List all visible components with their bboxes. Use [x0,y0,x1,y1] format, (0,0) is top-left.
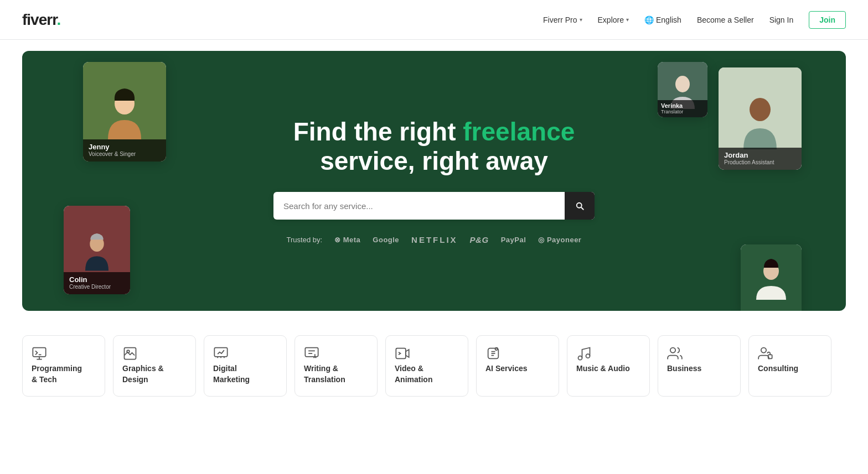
card-verinka-name: Verinka [661,102,704,109]
freelancer-card-verinka: Verinka Translator [658,62,707,117]
search-input[interactable] [273,194,565,218]
navbar-right: Fiverr Pro ▾ Explore ▾ 🌐 English Become … [543,11,846,29]
card-verinka-role: Translator [661,109,704,114]
chevron-down-icon: ▾ [626,17,629,23]
svg-point-17 [761,348,766,353]
freelancer-card-jordan: Jordan Production Assistant [719,67,802,170]
trusted-netflix: NETFLIX [411,235,458,244]
categories-row: Programming& Tech Graphics &Design Digit… [0,322,868,410]
trusted-by: Trusted by: ⊗ Meta Google NETFLIX P&G Pa… [262,235,606,244]
freelancer-card-colin: Colin Creative Director [64,206,130,294]
svg-point-15 [586,354,590,358]
music-audio-label: Music & Audio [576,363,640,374]
svg-rect-9 [214,348,227,357]
card-colin-role: Creative Director [69,284,125,290]
programming-tech-label: Programming& Tech [32,363,96,385]
writing-translation-icon [304,346,368,363]
card-jordan-name: Jordan [724,151,796,159]
digital-marketing-icon [213,346,277,363]
freelancer-card-jenny: Jenny Voiceover & Singer [83,62,166,162]
trusted-paypal: PayPal [501,236,526,244]
consulting-icon [758,346,822,363]
search-button[interactable] [565,192,595,220]
category-music-audio[interactable]: Music & Audio [567,335,650,397]
nav-explore[interactable]: Explore ▾ [598,15,629,24]
video-animation-label: Video &Animation [395,363,459,385]
globe-icon: 🌐 [644,15,654,24]
trusted-pg: P&G [470,235,489,244]
writing-translation-label: Writing &Translation [304,363,368,385]
trusted-label: Trusted by: [287,236,323,244]
trusted-payoneer: ◎ Payoneer [538,236,581,244]
navbar: fiverr. Fiverr Pro ▾ Explore ▾ 🌐 English… [0,0,868,40]
graphics-design-icon [122,346,187,363]
graphics-design-label: Graphics &Design [122,363,187,385]
digital-marketing-label: DigitalMarketing [213,363,277,385]
category-ai-services[interactable]: AI Services [476,335,559,397]
video-animation-icon [395,346,459,363]
svg-point-16 [670,348,675,353]
hero-title: Find the right freelanceservice, right a… [262,117,606,176]
card-jenny-role: Voiceover & Singer [89,151,161,157]
category-graphics-design[interactable]: Graphics &Design [113,335,196,397]
music-audio-icon [576,346,640,363]
programming-tech-icon [32,346,96,363]
svg-rect-10 [305,348,318,357]
nav-fiverr-pro[interactable]: Fiverr Pro ▾ [543,15,582,24]
category-business[interactable]: Business [658,335,741,397]
category-programming-tech[interactable]: Programming& Tech [22,335,105,397]
ai-services-label: AI Services [485,363,550,374]
svg-point-14 [578,356,582,360]
nav-english[interactable]: 🌐 English [644,15,681,24]
category-consulting[interactable]: Consulting [748,335,831,397]
logo[interactable]: fiverr. [22,11,60,29]
category-video-animation[interactable]: Video &Animation [385,335,468,397]
svg-point-2 [675,76,690,92]
freelancer-card-bottom-right [741,244,802,311]
business-label: Business [667,363,731,374]
svg-point-3 [750,98,771,121]
category-writing-translation[interactable]: Writing &Translation [294,335,378,397]
hero-title-accent: freelance [463,117,575,146]
svg-rect-5 [33,348,45,357]
consulting-label: Consulting [758,363,822,374]
chevron-down-icon: ▾ [580,17,582,23]
svg-point-13 [495,348,498,351]
trusted-google: Google [373,236,399,244]
card-jenny-name: Jenny [89,143,161,151]
hero-content: Find the right freelanceservice, right a… [262,117,606,245]
search-bar [273,192,595,220]
logo-dot: . [57,11,61,28]
nav-sign-in[interactable]: Sign In [769,15,794,24]
join-button[interactable]: Join [809,11,846,29]
hero-section: Jenny Voiceover & Singer Colin Creative … [22,51,846,311]
card-jordan-role: Production Assistant [724,159,796,165]
nav-become-seller[interactable]: Become a Seller [697,15,754,24]
trusted-meta: ⊗ Meta [334,236,360,244]
business-icon [667,346,731,363]
category-digital-marketing[interactable]: DigitalMarketing [204,335,287,397]
search-icon [575,201,585,211]
card-colin-name: Colin [69,275,125,284]
ai-services-icon [485,346,550,363]
